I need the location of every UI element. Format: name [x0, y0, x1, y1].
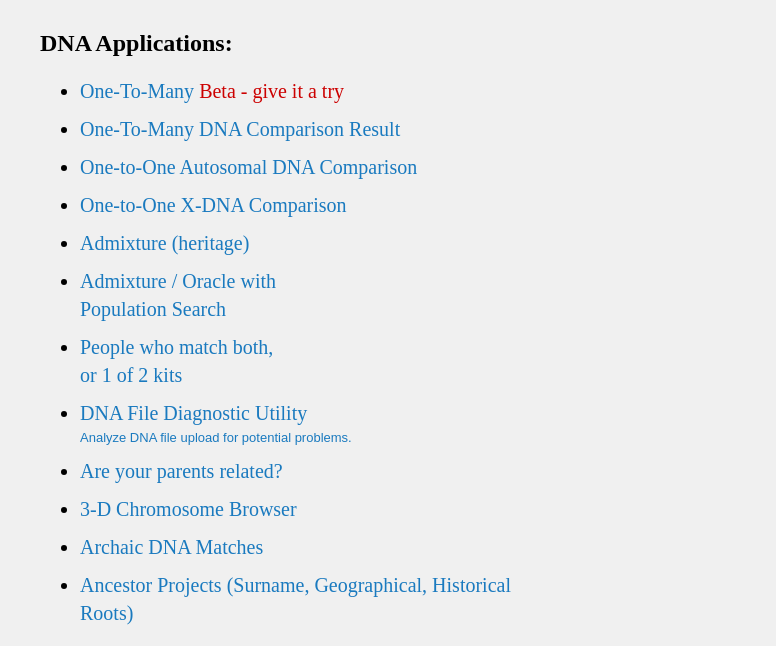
list-item-archaic-dna: Archaic DNA Matches	[80, 533, 736, 561]
list-item-ancestor-projects: Ancestor Projects (Surname, Geographical…	[80, 571, 736, 627]
link-are-parents-related[interactable]: Are your parents related?	[80, 460, 283, 482]
list-item-dna-file-diagnostic: DNA File Diagnostic Utility Analyze DNA …	[80, 399, 736, 447]
link-admixture-heritage[interactable]: Admixture (heritage)	[80, 232, 249, 254]
list-item-are-parents-related: Are your parents related?	[80, 457, 736, 485]
list-item-3d-chromosome: 3-D Chromosome Browser	[80, 495, 736, 523]
page-title: DNA Applications:	[40, 30, 736, 57]
link-text-red: Beta - give it a try	[194, 80, 344, 102]
list-item-one-to-one-autosomal: One-to-One Autosomal DNA Comparison	[80, 153, 736, 181]
link-one-to-many-beta[interactable]: One-To-Many Beta - give it a try	[80, 80, 344, 102]
dna-applications-list: One-To-Many Beta - give it a try One-To-…	[60, 77, 736, 627]
link-archaic-dna[interactable]: Archaic DNA Matches	[80, 536, 263, 558]
list-item-one-to-one-xdna: One-to-One X-DNA Comparison	[80, 191, 736, 219]
list-item-one-to-many-beta: One-To-Many Beta - give it a try	[80, 77, 736, 105]
link-one-to-one-xdna[interactable]: One-to-One X-DNA Comparison	[80, 194, 347, 216]
list-item-one-to-many-comparison: One-To-Many DNA Comparison Result	[80, 115, 736, 143]
list-item-admixture-oracle: Admixture / Oracle withPopulation Search	[80, 267, 736, 323]
list-item-people-match-both: People who match both,or 1 of 2 kits	[80, 333, 736, 389]
link-dna-file-diagnostic[interactable]: DNA File Diagnostic Utility	[80, 402, 307, 424]
link-admixture-oracle[interactable]: Admixture / Oracle withPopulation Search	[80, 270, 276, 320]
link-3d-chromosome[interactable]: 3-D Chromosome Browser	[80, 498, 297, 520]
dna-file-diagnostic-subtext: Analyze DNA file upload for potential pr…	[80, 429, 736, 447]
list-container: One-To-Many Beta - give it a try One-To-…	[60, 77, 736, 627]
list-item-admixture-heritage: Admixture (heritage)	[80, 229, 736, 257]
page-container: DNA Applications: One-To-Many Beta - giv…	[20, 20, 756, 646]
link-people-match-both[interactable]: People who match both,or 1 of 2 kits	[80, 336, 273, 386]
link-one-to-one-autosomal[interactable]: One-to-One Autosomal DNA Comparison	[80, 156, 417, 178]
link-one-to-many-comparison[interactable]: One-To-Many DNA Comparison Result	[80, 118, 400, 140]
link-text-blue: One-To-Many	[80, 80, 194, 102]
link-ancestor-projects[interactable]: Ancestor Projects (Surname, Geographical…	[80, 574, 511, 624]
